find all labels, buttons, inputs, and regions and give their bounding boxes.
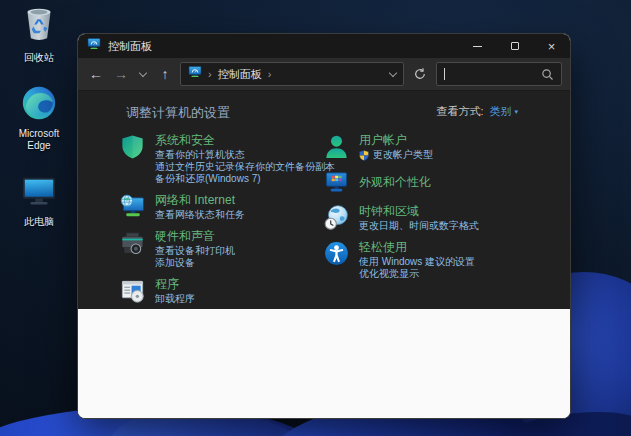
task-link-label: 更改帐户类型 — [373, 149, 433, 161]
category-task-link[interactable]: 更改帐户类型 — [359, 149, 433, 161]
category-title-link[interactable]: 系统和安全 — [155, 133, 323, 147]
category-column-left: 系统和安全查看你的计算机状态通过文件历史记录保存你的文件备份副本备份和还原(Wi… — [119, 133, 323, 313]
maximize-button[interactable] — [496, 34, 533, 58]
category-task-link[interactable]: 查看设备和打印机 — [155, 245, 235, 257]
this-pc-icon — [20, 174, 58, 214]
close-icon: × — [548, 39, 556, 54]
category-title-link[interactable]: 用户帐户 — [359, 133, 433, 147]
uac-shield-icon — [359, 150, 369, 161]
category-grid: 系统和安全查看你的计算机状态通过文件历史记录保存你的文件备份副本备份和还原(Wi… — [78, 122, 570, 313]
task-link-label: 查看网络状态和任务 — [155, 209, 245, 221]
unpainted-window-area — [78, 309, 570, 418]
category-item: 轻松使用使用 Windows 建议的设置优化视觉显示 — [323, 240, 527, 280]
programs-icon[interactable] — [119, 277, 146, 304]
close-button[interactable]: × — [533, 34, 570, 58]
hardware-sound-icon[interactable] — [119, 229, 146, 256]
page-title: 调整计算机的设置 — [126, 104, 230, 122]
minimize-button[interactable] — [459, 34, 496, 58]
category-text: 轻松使用使用 Windows 建议的设置优化视觉显示 — [359, 240, 475, 280]
category-task-link[interactable]: 使用 Windows 建议的设置 — [359, 256, 475, 268]
maximize-icon — [511, 42, 519, 50]
category-item: 程序卸载程序 — [119, 277, 323, 305]
task-link-label: 添加设备 — [155, 257, 195, 269]
category-task-link[interactable]: 查看你的计算机状态 — [155, 149, 323, 161]
minimize-icon — [473, 46, 482, 47]
search-icon[interactable] — [541, 68, 554, 81]
category-text: 用户帐户更改帐户类型 — [359, 133, 433, 161]
desktop-icon-label: 回收站 — [24, 52, 54, 64]
category-task-link[interactable]: 查看网络状态和任务 — [155, 209, 245, 221]
desktop-icon-this-pc[interactable]: 此电脑 — [6, 174, 72, 228]
breadcrumb-root[interactable]: 控制面板 — [218, 67, 262, 82]
view-by: 查看方式: 类别 ▾ — [436, 104, 518, 119]
category-text: 时钟和区域更改日期、时间或数字格式 — [359, 204, 479, 232]
desktop-icon-microsoft-edge[interactable]: Microsoft Edge — [6, 84, 72, 152]
window-title: 控制面板 — [108, 39, 152, 54]
task-link-label: 查看你的计算机状态 — [155, 149, 245, 161]
view-by-label: 查看方式: — [436, 104, 483, 119]
category-title-link[interactable]: 轻松使用 — [359, 240, 475, 254]
microsoft-edge-icon — [20, 84, 58, 126]
category-title-link[interactable]: 网络和 Internet — [155, 193, 245, 207]
category-text: 外观和个性化 — [359, 175, 431, 191]
category-task-link[interactable]: 更改日期、时间或数字格式 — [359, 220, 479, 232]
category-item: 外观和个性化 — [323, 169, 527, 196]
refresh-button[interactable] — [409, 67, 431, 81]
text-cursor — [444, 68, 445, 80]
category-item: 硬件和声音查看设备和打印机添加设备 — [119, 229, 323, 269]
category-task-link[interactable]: 添加设备 — [155, 257, 235, 269]
category-title-link[interactable]: 硬件和声音 — [155, 229, 235, 243]
forward-button[interactable]: → — [111, 64, 131, 84]
window-controls: × — [459, 34, 570, 58]
chevron-down-icon — [139, 68, 147, 76]
clock-region-icon[interactable] — [323, 204, 350, 231]
user-accounts-icon[interactable] — [323, 133, 350, 160]
task-link-label: 使用 Windows 建议的设置 — [359, 256, 475, 268]
navigation-toolbar: ← → ↑ › 控制面板 › — [78, 58, 570, 91]
control-panel-window: 控制面板 × ← → ↑ › 控制面板 › — [77, 33, 571, 419]
task-link-label: 优化视觉显示 — [359, 268, 419, 280]
desktop-icon-recycle-bin[interactable]: 回收站 — [6, 4, 72, 64]
up-button[interactable]: ↑ — [155, 64, 175, 84]
task-link-label: 备份和还原(Windows 7) — [155, 173, 261, 185]
category-text: 系统和安全查看你的计算机状态通过文件历史记录保存你的文件备份副本备份和还原(Wi… — [155, 133, 323, 185]
category-title-link[interactable]: 程序 — [155, 277, 195, 291]
category-task-link[interactable]: 通过文件历史记录保存你的文件备份副本 — [155, 161, 323, 173]
search-input[interactable] — [449, 68, 537, 80]
refresh-icon — [413, 67, 427, 81]
category-task-link[interactable]: 备份和还原(Windows 7) — [155, 173, 323, 185]
category-task-link[interactable]: 卸载程序 — [155, 293, 195, 305]
ease-of-access-icon[interactable] — [323, 240, 350, 267]
breadcrumb-separator: › — [208, 68, 212, 80]
category-column-right: 用户帐户更改帐户类型外观和个性化时钟和区域更改日期、时间或数字格式轻松使用使用 … — [323, 133, 527, 313]
category-title-link[interactable]: 外观和个性化 — [359, 175, 431, 189]
category-text: 网络和 Internet查看网络状态和任务 — [155, 193, 245, 221]
chevron-down-icon — [389, 68, 397, 76]
category-item: 时钟和区域更改日期、时间或数字格式 — [323, 204, 527, 232]
back-button[interactable]: ← — [86, 64, 106, 84]
recent-pages-dropdown[interactable] — [136, 73, 150, 76]
control-panel-app-icon — [87, 37, 101, 55]
category-task-link[interactable]: 优化视觉显示 — [359, 268, 475, 280]
titlebar: 控制面板 × — [78, 34, 570, 58]
address-dropdown[interactable] — [390, 73, 396, 76]
view-by-dropdown[interactable]: 类别 ▾ — [489, 104, 518, 119]
category-text: 程序卸载程序 — [155, 277, 195, 305]
category-title-link[interactable]: 时钟和区域 — [359, 204, 479, 218]
task-link-label: 卸载程序 — [155, 293, 195, 305]
view-by-value: 类别 — [489, 104, 511, 119]
content-header: 调整计算机的设置 查看方式: 类别 ▾ — [78, 91, 570, 122]
system-security-icon[interactable] — [119, 133, 146, 160]
caret-down-icon: ▾ — [514, 108, 518, 116]
recycle-bin-icon — [19, 4, 59, 50]
breadcrumb-location-icon — [188, 65, 202, 83]
breadcrumb-separator[interactable]: › — [268, 68, 272, 80]
network-internet-icon[interactable] — [119, 193, 146, 220]
category-text: 硬件和声音查看设备和打印机添加设备 — [155, 229, 235, 269]
appearance-personalization-icon[interactable] — [323, 169, 350, 196]
search-box[interactable] — [436, 62, 562, 86]
task-link-label: 更改日期、时间或数字格式 — [359, 220, 479, 232]
control-panel-home: 调整计算机的设置 查看方式: 类别 ▾ 系统和安全查看你的计算机状态通过文件历史… — [78, 91, 570, 309]
category-item: 用户帐户更改帐户类型 — [323, 133, 527, 161]
address-bar[interactable]: › 控制面板 › — [180, 62, 404, 86]
